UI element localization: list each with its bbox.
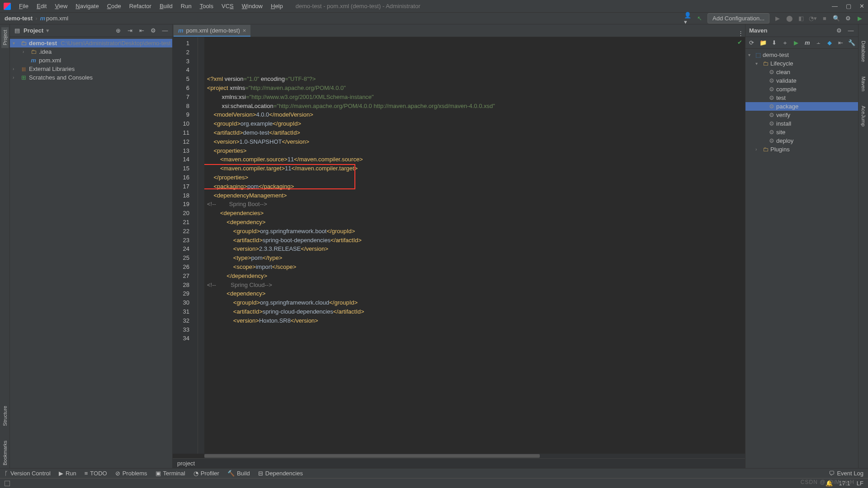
tree-root[interactable]: ▾ 🗀 demo-test C:\Users\Administrator\Des… bbox=[10, 39, 172, 47]
add-icon[interactable]: ＋ bbox=[782, 39, 789, 47]
settings-icon[interactable]: 🔧 bbox=[848, 39, 855, 47]
maven-goal-test[interactable]: ⚙test bbox=[745, 94, 858, 102]
collapse-icon[interactable]: ⇤ bbox=[837, 39, 844, 47]
gear-icon[interactable]: ⚙ bbox=[835, 27, 843, 34]
tree-root-path: C:\Users\Administrator\Desktop\demo-test bbox=[61, 40, 170, 47]
maven-root[interactable]: ▾⬚demo-test bbox=[745, 51, 858, 59]
bottom-todo[interactable]: ≡TODO bbox=[85, 470, 107, 477]
maven-plugins[interactable]: ›🗀Plugins bbox=[745, 145, 858, 154]
bottom-problems[interactable]: ⊘Problems bbox=[115, 470, 147, 477]
bottom-profiler[interactable]: ◔Profiler bbox=[193, 470, 219, 477]
close-tab-icon[interactable]: × bbox=[243, 27, 246, 34]
download-icon[interactable]: ⬇ bbox=[771, 39, 778, 47]
bottom-run[interactable]: ▶Run bbox=[59, 470, 76, 477]
scrollbar-thumb[interactable] bbox=[204, 454, 540, 458]
maven-goal-install[interactable]: ⚙install bbox=[745, 119, 858, 128]
project-panel-title: Project bbox=[24, 27, 43, 34]
build-hammer-icon[interactable]: ↖ bbox=[696, 15, 703, 22]
maven-goal-clean[interactable]: ⚙clean bbox=[745, 68, 858, 76]
menu-run[interactable]: Run bbox=[177, 1, 195, 11]
close-icon[interactable]: ✕ bbox=[859, 3, 864, 9]
maven-goal-compile[interactable]: ⚙compile bbox=[745, 85, 858, 94]
tree-external-libs[interactable]: › ⫼ External Libraries bbox=[10, 65, 172, 73]
maven-goal-validate[interactable]: ⚙validate bbox=[745, 76, 858, 85]
play-green-icon[interactable]: ▶ bbox=[856, 15, 863, 22]
code-area[interactable]: 1234567891011121314151617181920212223242… bbox=[173, 37, 745, 454]
breadcrumb-footer[interactable]: project bbox=[173, 458, 745, 468]
maven-toolbar: ⟳ 📁 ⬇ ＋ ▶ m ⫠ ◆ ⇤ 🔧 bbox=[745, 37, 858, 49]
maven-goal-site[interactable]: ⚙site bbox=[745, 128, 858, 136]
menu-vcs[interactable]: VCS bbox=[218, 1, 237, 11]
run-icon[interactable]: ▶ bbox=[774, 15, 781, 22]
tab-pom[interactable]: m pom.xml (demo-test) × bbox=[174, 25, 250, 37]
breadcrumb-project[interactable]: demo-test bbox=[5, 15, 33, 22]
settings-icon[interactable]: ⚙ bbox=[844, 15, 852, 22]
hide-panel-icon[interactable]: — bbox=[847, 27, 854, 34]
maximize-icon[interactable]: ▢ bbox=[846, 3, 851, 9]
select-opened-icon[interactable]: ⊕ bbox=[114, 27, 122, 34]
toggle-offline-icon[interactable]: ⫠ bbox=[815, 39, 822, 47]
menu-help[interactable]: Help bbox=[267, 1, 287, 11]
inspection-ok-icon[interactable]: ✔ bbox=[737, 38, 742, 47]
debug-icon[interactable]: ⬤ bbox=[786, 15, 793, 22]
run-maven-icon[interactable]: ▶ bbox=[793, 39, 800, 47]
left-tab-project[interactable]: Project bbox=[1, 27, 9, 48]
bottom-build[interactable]: 🔨Build bbox=[227, 470, 250, 477]
profile-icon[interactable]: ◔▾ bbox=[809, 15, 816, 22]
collapse-all-icon[interactable]: ⇤ bbox=[138, 27, 145, 34]
menu-navigate[interactable]: Navigate bbox=[72, 1, 102, 11]
gear-icon[interactable]: ⚙ bbox=[150, 27, 157, 34]
hide-panel-icon[interactable]: — bbox=[161, 27, 169, 34]
maven-goal-verify[interactable]: ⚙verify bbox=[745, 111, 858, 119]
menu-file[interactable]: File bbox=[15, 1, 32, 11]
menu-edit[interactable]: Edit bbox=[33, 1, 50, 11]
maven-m-icon[interactable]: m bbox=[804, 39, 811, 47]
maven-lifecycle[interactable]: ▾🗀Lifecycle bbox=[745, 59, 858, 68]
line-sep[interactable]: LF bbox=[857, 480, 863, 487]
left-tab-structure[interactable]: Structure bbox=[1, 403, 9, 429]
bottom-terminal[interactable]: ▣Terminal bbox=[156, 470, 185, 477]
menu-tools[interactable]: Tools bbox=[196, 1, 217, 11]
user-icon[interactable]: 👤▾ bbox=[684, 15, 691, 22]
search-icon[interactable]: 🔍 bbox=[833, 15, 840, 22]
menu-view[interactable]: View bbox=[51, 1, 71, 11]
project-panel: ▤ Project ▾ ⊕ ⇥ ⇤ ⚙ — ▾ 🗀 demo-test C:\U… bbox=[10, 24, 173, 468]
breadcrumb: demo-test › mpom.xml bbox=[5, 15, 68, 22]
horizontal-scrollbar[interactable] bbox=[204, 454, 745, 458]
reload-icon[interactable]: ⟳ bbox=[748, 39, 755, 47]
stop-icon[interactable]: ■ bbox=[821, 15, 828, 22]
tree-scratches[interactable]: › ⊞ Scratches and Consoles bbox=[10, 73, 172, 82]
right-tab-database[interactable]: Database bbox=[860, 38, 867, 65]
left-tab-bookmarks[interactable]: Bookmarks bbox=[1, 438, 9, 468]
show-deps-icon[interactable]: ◆ bbox=[826, 39, 833, 47]
tabs-more-icon[interactable]: ⋮ bbox=[736, 29, 745, 37]
maven-tree: ▾⬚demo-test ▾🗀Lifecycle ⚙clean⚙validate⚙… bbox=[745, 49, 858, 155]
menu-window[interactable]: Window bbox=[238, 1, 266, 11]
generate-sources-icon[interactable]: 📁 bbox=[760, 39, 767, 47]
bottom-version-control[interactable]: ᚴVersion Control bbox=[5, 470, 51, 477]
expand-all-icon[interactable]: ⇥ bbox=[126, 27, 133, 34]
minimize-icon[interactable]: — bbox=[832, 3, 838, 9]
bottom-event-log[interactable]: 🗩Event Log bbox=[829, 470, 863, 477]
chevron-right-icon: › bbox=[23, 49, 28, 54]
coverage-icon[interactable]: ◧ bbox=[797, 15, 805, 22]
bottom-dependencies[interactable]: ⊟Dependencies bbox=[258, 470, 303, 477]
tree-pom-file[interactable]: m pom.xml bbox=[10, 56, 172, 65]
maven-goal-deploy[interactable]: ⚙deploy bbox=[745, 136, 858, 145]
tree-idea-folder[interactable]: › 🗀 .idea bbox=[10, 47, 172, 56]
menu-build[interactable]: Build bbox=[156, 1, 176, 11]
tool-window-toggle-icon[interactable] bbox=[5, 481, 10, 486]
breadcrumb-file[interactable]: pom.xml bbox=[46, 15, 68, 22]
code-source[interactable]: ✔ <?xml version="1.0" encoding="UTF-8"?>… bbox=[204, 37, 745, 454]
menu-refactor[interactable]: Refactor bbox=[126, 1, 155, 11]
menu-code[interactable]: Code bbox=[104, 1, 125, 11]
maven-panel-header: Maven ⚙ — bbox=[745, 24, 858, 37]
maven-goal-package[interactable]: ⚙package bbox=[745, 102, 858, 111]
right-tab-acejump[interactable]: AceJump bbox=[860, 103, 867, 129]
maven-file-icon: m bbox=[30, 57, 37, 64]
tree-root-label: demo-test bbox=[29, 40, 57, 47]
log-icon: 🗩 bbox=[829, 470, 835, 477]
right-tab-maven[interactable]: Maven bbox=[860, 74, 867, 94]
add-configuration-button[interactable]: Add Configuration... bbox=[708, 13, 769, 23]
chevron-down-icon[interactable]: ▾ bbox=[46, 27, 49, 34]
